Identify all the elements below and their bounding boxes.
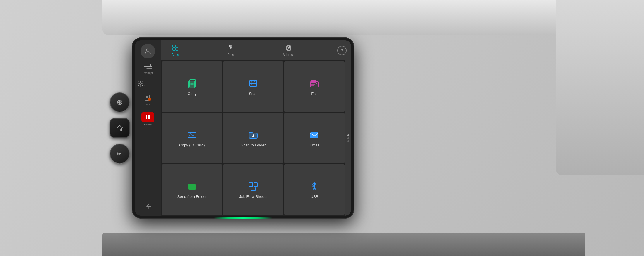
interrupt-icon <box>144 64 152 71</box>
user-avatar[interactable] <box>141 44 155 58</box>
email-label: Email <box>310 143 319 147</box>
send-from-folder-label: Send from Folder <box>177 194 207 199</box>
svg-rect-17 <box>148 115 150 119</box>
svg-point-10 <box>140 83 141 84</box>
printer-stand <box>102 233 585 256</box>
settings-icon <box>137 80 144 88</box>
svg-marker-9 <box>150 64 152 66</box>
printer-right <box>556 0 644 175</box>
jobs-icon: i <box>144 94 151 103</box>
app-usb[interactable]: USB <box>284 164 345 215</box>
svg-text:⏻: ⏻ <box>118 101 121 104</box>
app-scan[interactable]: Scan <box>223 61 283 112</box>
svg-rect-21 <box>173 48 175 50</box>
svg-rect-22 <box>176 48 178 50</box>
svg-point-38 <box>189 134 191 136</box>
app-copy-id-card[interactable]: Copy (ID Card) <box>162 113 222 163</box>
pause-icon <box>141 112 154 122</box>
pagination-dots <box>345 60 351 216</box>
settings-arrow: › <box>144 82 146 87</box>
svg-rect-41 <box>310 132 318 138</box>
scan-label: Scan <box>249 91 258 96</box>
address-tab-label: Address <box>282 53 294 56</box>
app-grid: Copy Scan <box>161 60 345 216</box>
hardware-controls: ⏻ <box>110 92 130 164</box>
app-grid-container: Copy Scan <box>161 60 351 216</box>
jobs-button[interactable]: i Jobs <box>136 92 160 108</box>
svg-point-24 <box>288 46 290 48</box>
app-send-from-folder[interactable]: Send from Folder <box>162 164 222 215</box>
pins-tab-label: Pins <box>228 53 234 56</box>
screen-nav: Apps Pins <box>161 40 351 60</box>
screen-sidebar: Interrupt › <box>135 40 161 216</box>
home-button[interactable] <box>110 118 130 138</box>
app-email[interactable]: Email <box>284 113 345 163</box>
nfc-button[interactable] <box>110 144 130 164</box>
svg-rect-44 <box>251 188 256 190</box>
svg-rect-20 <box>176 45 178 47</box>
scan-to-folder-label: Scan to Folder <box>241 143 266 147</box>
tab-address[interactable]: Address <box>277 43 300 58</box>
svg-rect-42 <box>249 183 253 187</box>
svg-point-5 <box>147 49 149 51</box>
app-scan-to-folder[interactable]: Scan to Folder <box>223 113 283 163</box>
dot-1 <box>347 134 349 136</box>
settings-button[interactable]: › <box>136 79 160 90</box>
jobs-label: Jobs <box>145 103 150 106</box>
tab-apps[interactable]: Apps <box>166 43 185 58</box>
screen-main: Apps Pins <box>161 40 351 216</box>
dot-3 <box>347 140 349 142</box>
address-icon <box>285 44 292 52</box>
power-sleep-button[interactable]: ⏻ <box>110 92 130 112</box>
svg-rect-2 <box>118 128 121 131</box>
svg-rect-25 <box>287 46 291 50</box>
app-fax[interactable]: Fax <box>284 61 345 112</box>
svg-rect-19 <box>173 45 175 47</box>
panel-container: ⏻ <box>0 0 644 256</box>
tab-pins[interactable]: Pins <box>222 43 240 58</box>
svg-point-4 <box>120 153 121 154</box>
pause-label: Pause <box>144 123 152 126</box>
copy-id-card-label: Copy (ID Card) <box>179 143 205 147</box>
fax-label: Fax <box>311 91 318 96</box>
svg-rect-43 <box>254 183 257 187</box>
pause-button[interactable]: Pause <box>136 110 160 128</box>
apps-icon <box>172 44 179 52</box>
interrupt-button[interactable]: Interrupt <box>136 62 160 76</box>
interrupt-label: Interrupt <box>143 72 153 75</box>
pins-icon <box>227 44 234 52</box>
dot-2 <box>347 137 349 139</box>
back-button[interactable] <box>144 202 152 212</box>
tablet-screen: Interrupt › <box>132 37 354 219</box>
svg-rect-50 <box>315 184 316 186</box>
help-button[interactable]: ? <box>337 46 347 55</box>
screen: Interrupt › <box>135 40 351 216</box>
app-job-flow-sheets[interactable]: Job Flow Sheets <box>223 164 283 215</box>
svg-point-34 <box>316 83 317 84</box>
help-icon: ? <box>341 48 343 53</box>
usb-label: USB <box>311 194 318 199</box>
tablet-led <box>214 217 272 219</box>
copy-label: Copy <box>188 91 196 96</box>
apps-tab-label: Apps <box>172 53 179 56</box>
svg-rect-16 <box>146 115 147 119</box>
app-copy[interactable]: Copy <box>162 61 222 112</box>
job-flow-sheets-label: Job Flow Sheets <box>239 194 267 199</box>
